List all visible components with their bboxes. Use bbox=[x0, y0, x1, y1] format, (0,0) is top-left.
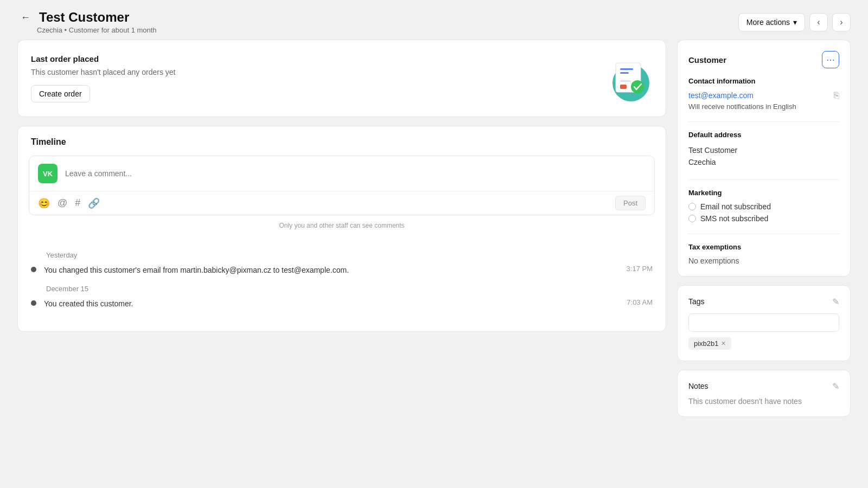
notes-title: Notes bbox=[688, 382, 709, 390]
chevron-down-icon: ▾ bbox=[793, 18, 797, 27]
mention-icon[interactable]: @ bbox=[58, 197, 67, 209]
email-radio bbox=[688, 203, 696, 210]
timeline-entries: Yesterday You changed this customer's em… bbox=[18, 238, 666, 331]
tax-title: Tax exemptions bbox=[688, 243, 839, 251]
hashtag-icon[interactable]: # bbox=[75, 197, 80, 209]
back-button[interactable]: ← bbox=[17, 11, 34, 24]
timeline-entry-2: You created this customer. 7:03 AM bbox=[31, 298, 653, 310]
prev-button[interactable]: ‹ bbox=[809, 13, 828, 31]
customer-more-button[interactable]: ⋯ bbox=[822, 51, 839, 68]
link-icon[interactable]: 🔗 bbox=[88, 197, 100, 209]
svg-rect-5 bbox=[620, 85, 627, 89]
timeline-date-2: December 15 bbox=[46, 285, 653, 293]
comment-input[interactable] bbox=[65, 169, 646, 178]
customer-email[interactable]: test@example.com bbox=[688, 91, 754, 100]
svg-point-6 bbox=[631, 80, 644, 93]
marketing-title: Marketing bbox=[688, 189, 839, 197]
tags-card: Tags ✎ pixb2b1 × bbox=[677, 285, 851, 361]
notes-card: Notes ✎ This customer doesn't have notes bbox=[677, 370, 851, 417]
timeline-time-1: 3:17 PM bbox=[627, 265, 653, 273]
next-button[interactable]: › bbox=[832, 13, 851, 31]
timeline-entry-1: You changed this customer's email from m… bbox=[31, 265, 653, 276]
address-title: Default address bbox=[688, 131, 839, 139]
timeline-text-1: You changed this customer's email from m… bbox=[44, 265, 619, 276]
timeline-text-2: You created this customer. bbox=[44, 298, 619, 310]
svg-rect-3 bbox=[620, 72, 629, 74]
tags-input[interactable] bbox=[688, 313, 839, 332]
tax-value: No exemptions bbox=[688, 256, 839, 265]
svg-rect-4 bbox=[620, 80, 631, 82]
tags-edit-icon[interactable]: ✎ bbox=[832, 297, 839, 307]
last-order-description: This customer hasn't placed any orders y… bbox=[31, 68, 175, 76]
staff-note: Only you and other staff can see comment… bbox=[18, 215, 666, 238]
timeline-title: Timeline bbox=[18, 126, 666, 156]
contact-info-title: Contact information bbox=[688, 77, 839, 85]
timeline-dot-2 bbox=[31, 300, 36, 306]
customer-card: Customer ⋯ Contact information test@exam… bbox=[677, 40, 851, 277]
create-order-button[interactable]: Create order bbox=[31, 85, 90, 102]
post-button[interactable]: Post bbox=[615, 196, 646, 210]
tags-list: pixb2b1 × bbox=[688, 337, 839, 350]
emoji-icon[interactable]: 😊 bbox=[38, 197, 50, 209]
tag-chip: pixb2b1 × bbox=[688, 337, 731, 350]
timeline-date-1: Yesterday bbox=[46, 251, 653, 259]
last-order-title: Last order placed bbox=[31, 54, 175, 63]
timeline-time-2: 7:03 AM bbox=[627, 298, 653, 306]
user-avatar: VK bbox=[38, 164, 58, 183]
tag-label: pixb2b1 bbox=[694, 339, 719, 348]
page-title: Test Customer bbox=[39, 10, 129, 25]
last-order-card: Last order placed This customer hasn't p… bbox=[17, 40, 666, 117]
tag-remove-button[interactable]: × bbox=[722, 339, 726, 347]
timeline-dot bbox=[31, 267, 36, 272]
sms-radio bbox=[688, 215, 696, 222]
sms-status: SMS not subscribed bbox=[700, 214, 768, 223]
copy-icon[interactable]: ⎘ bbox=[834, 91, 839, 100]
email-status: Email not subscribed bbox=[700, 202, 771, 211]
tags-title: Tags bbox=[688, 297, 705, 306]
timeline-card: Timeline VK 😊 @ # 🔗 Post Only you and ot… bbox=[17, 126, 666, 332]
notification-note: Will receive notifications in English bbox=[688, 102, 839, 111]
more-actions-button[interactable]: More actions ▾ bbox=[738, 13, 805, 31]
notes-text: This customer doesn't have notes bbox=[688, 397, 839, 406]
address-country: Czechia bbox=[688, 156, 839, 168]
svg-rect-2 bbox=[620, 68, 633, 70]
notes-edit-icon[interactable]: ✎ bbox=[832, 381, 839, 391]
page-subtitle: Czechia • Customer for about 1 month bbox=[37, 26, 157, 34]
customer-section-title: Customer bbox=[688, 55, 726, 65]
order-illustration bbox=[604, 53, 653, 104]
header-actions: More actions ▾ ‹ › bbox=[738, 13, 851, 31]
comment-box: VK 😊 @ # 🔗 Post bbox=[29, 156, 655, 215]
address-name: Test Customer bbox=[688, 144, 839, 156]
